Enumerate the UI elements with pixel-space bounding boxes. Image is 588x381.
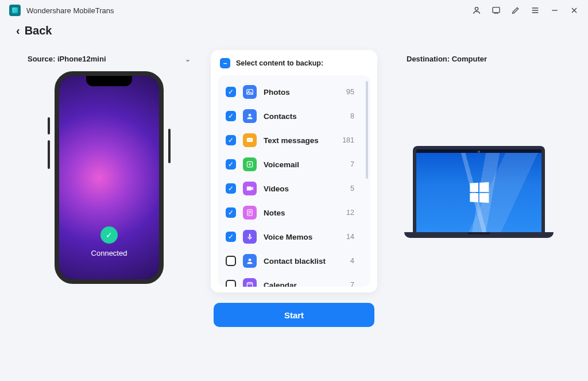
edit-icon[interactable]	[511, 6, 520, 15]
item-checkbox[interactable]: ✓	[226, 183, 236, 194]
notes-icon	[243, 206, 257, 220]
main-content: Source: iPhone12mini ⌄ ✓ Connected – Sel…	[0, 43, 588, 327]
back-label: Back	[25, 24, 52, 37]
scrollbar[interactable]	[366, 81, 368, 179]
chevron-left-icon: ‹	[16, 24, 20, 37]
panel-title: Select content to backup:	[236, 59, 323, 67]
svg-point-8	[251, 140, 252, 140]
svg-point-4	[249, 114, 252, 117]
content-list: ✓Photos95✓Contacts8✓Text messages181✓Voi…	[218, 75, 370, 287]
content-item[interactable]: ✓Text messages181	[220, 128, 368, 152]
content-panel: – Select content to backup: ✓Photos95✓Co…	[211, 50, 377, 293]
item-checkbox[interactable]	[226, 256, 236, 266]
item-checkbox[interactable]: ✓	[226, 207, 236, 218]
svg-rect-10	[247, 187, 252, 191]
item-count: 181	[342, 136, 362, 144]
item-count: 7	[350, 160, 362, 168]
app-logo	[9, 5, 21, 16]
select-all-checkbox[interactable]: –	[220, 58, 230, 68]
voicemail-icon	[243, 157, 257, 171]
item-label: Text messages	[264, 136, 335, 145]
item-count: 14	[346, 233, 362, 241]
item-checkbox[interactable]: ✓	[226, 111, 236, 121]
item-count: 7	[350, 281, 362, 287]
start-button[interactable]: Start	[214, 303, 374, 327]
content-item[interactable]: ✓Photos95	[220, 80, 368, 104]
item-label: Photos	[264, 88, 339, 97]
item-count: 12	[346, 209, 362, 217]
videos-icon	[243, 182, 257, 195]
check-icon: ✓	[100, 226, 118, 244]
minimize-icon[interactable]	[550, 6, 559, 15]
source-selector[interactable]: Source: iPhone12mini ⌄	[23, 55, 195, 71]
svg-rect-1	[493, 7, 500, 13]
item-label: Videos	[264, 184, 343, 193]
svg-rect-14	[247, 283, 252, 287]
source-label: Source: iPhone12mini	[28, 55, 106, 63]
source-device-image: ✓ Connected	[55, 71, 164, 284]
back-button[interactable]: ‹ Back	[0, 21, 588, 43]
content-item[interactable]: ✓Voice Memos14	[220, 225, 368, 249]
item-checkbox[interactable]	[226, 280, 236, 287]
content-item[interactable]: Contact blacklist4	[220, 249, 368, 273]
messages-icon	[243, 133, 257, 147]
photos-icon	[243, 85, 257, 99]
phone-side-button	[48, 117, 50, 134]
item-count: 8	[350, 112, 362, 120]
item-label: Voicemail	[264, 160, 343, 169]
svg-point-6	[248, 140, 249, 140]
svg-point-13	[249, 259, 252, 261]
item-checkbox[interactable]: ✓	[226, 159, 236, 170]
windows-logo-icon	[470, 182, 489, 203]
contacts-icon	[243, 109, 257, 123]
item-count: 5	[350, 184, 362, 193]
item-checkbox[interactable]: ✓	[226, 135, 236, 145]
content-item[interactable]: Calendar7	[220, 273, 368, 287]
item-checkbox[interactable]: ✓	[226, 232, 236, 242]
destination-label: Destination: Computer	[407, 55, 487, 63]
item-label: Contact blacklist	[264, 257, 343, 265]
close-icon[interactable]	[570, 6, 579, 15]
content-item[interactable]: ✓Voicemail7	[220, 152, 368, 176]
item-count: 95	[346, 88, 362, 96]
blacklist-icon	[243, 254, 257, 268]
item-label: Voice Memos	[264, 233, 339, 241]
item-count: 4	[350, 257, 362, 265]
item-checkbox[interactable]: ✓	[226, 87, 236, 97]
svg-point-7	[249, 140, 250, 140]
chevron-down-icon: ⌄	[185, 55, 191, 63]
app-title: Wondershare MobileTrans	[26, 6, 114, 15]
content-item[interactable]: ✓Notes12	[220, 201, 368, 225]
calendar-icon	[243, 278, 257, 287]
voicememos-icon	[243, 230, 257, 244]
svg-rect-12	[249, 234, 250, 238]
phone-side-button	[48, 140, 50, 169]
item-label: Calendar	[264, 281, 343, 287]
item-label: Contacts	[264, 112, 343, 121]
item-label: Notes	[264, 209, 339, 217]
content-item[interactable]: ✓Videos5	[220, 176, 368, 201]
account-icon[interactable]	[472, 6, 481, 15]
svg-point-0	[475, 7, 478, 10]
destination-header: Destination: Computer	[393, 55, 565, 71]
feedback-icon[interactable]	[492, 6, 501, 15]
connection-status: Connected	[59, 249, 159, 257]
destination-device-image	[404, 146, 554, 238]
content-item[interactable]: ✓Contacts8	[220, 104, 368, 128]
phone-side-button	[168, 129, 171, 163]
menu-icon[interactable]	[531, 6, 540, 15]
titlebar: Wondershare MobileTrans	[0, 0, 588, 21]
